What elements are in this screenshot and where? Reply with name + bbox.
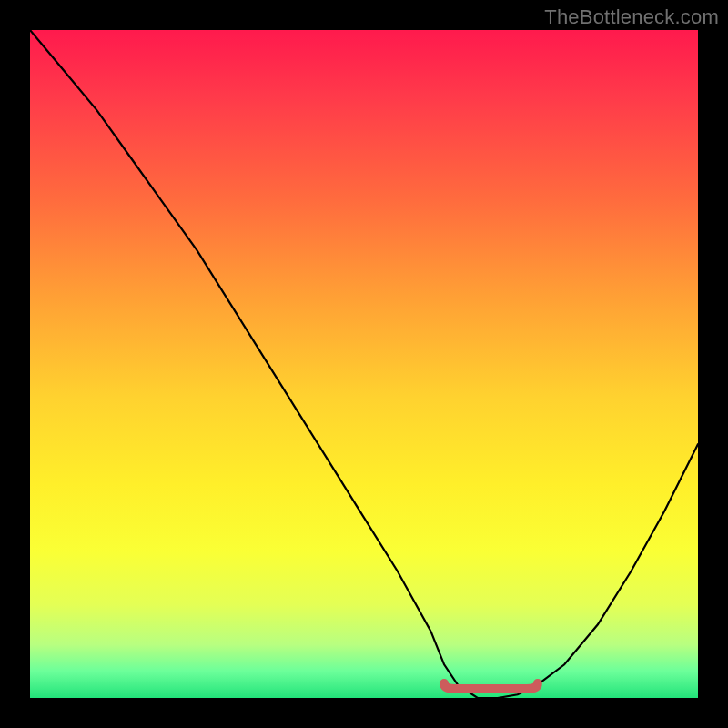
- chart-frame: TheBottleneck.com: [0, 0, 728, 728]
- bottleneck-curve: [30, 30, 698, 698]
- chart-plot-area: [30, 30, 698, 698]
- chart-svg: [30, 30, 698, 698]
- watermark-text: TheBottleneck.com: [544, 5, 719, 29]
